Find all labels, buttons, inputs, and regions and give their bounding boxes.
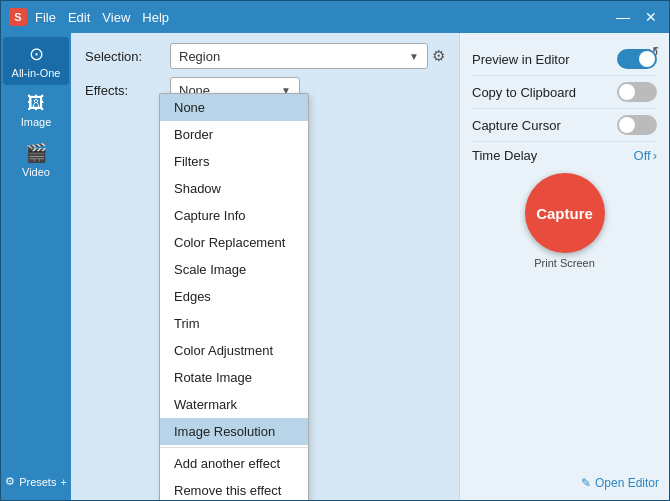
presets-area[interactable]: ⚙ Presets + — [1, 471, 71, 492]
dropdown-item-add-another-effect[interactable]: Add another effect — [160, 450, 308, 477]
dropdown-separator — [160, 447, 308, 448]
dropdown-item-rotate-image[interactable]: Rotate Image — [160, 364, 308, 391]
print-screen-label[interactable]: Print Screen — [534, 257, 595, 269]
close-button[interactable]: ✕ — [641, 7, 661, 27]
open-editor-icon: ✎ — [581, 476, 591, 490]
selection-select[interactable]: Region ▼ — [170, 43, 428, 69]
selection-value: Region — [179, 49, 220, 64]
sidebar: ⊙ All-in-One 🖼 Image 🎬 Video ⚙ Presets + — [1, 33, 71, 500]
sidebar-label-all-in-one: All-in-One — [12, 67, 61, 79]
menu-file[interactable]: File — [35, 10, 56, 25]
dropdown-item-image-resolution[interactable]: Image Resolution — [160, 418, 308, 445]
dropdown-item-capture-info[interactable]: Capture Info — [160, 202, 308, 229]
toggle-knob — [639, 51, 655, 67]
copy-to-clipboard-row: Copy to Clipboard — [472, 76, 657, 109]
menu-view[interactable]: View — [102, 10, 130, 25]
selection-select-wrapper: Region ▼ ⚙ — [170, 43, 445, 69]
copy-to-clipboard-label: Copy to Clipboard — [472, 85, 576, 100]
preview-in-editor-toggle[interactable] — [617, 49, 657, 69]
open-editor[interactable]: ✎ Open Editor — [581, 476, 659, 490]
dropdown-item-border[interactable]: Border — [160, 121, 308, 148]
dropdown-item-watermark[interactable]: Watermark — [160, 391, 308, 418]
dropdown-item-shadow[interactable]: Shadow — [160, 175, 308, 202]
gear-small-icon: ⚙ — [5, 475, 15, 488]
selection-row: Selection: Region ▼ ⚙ — [85, 43, 445, 69]
chevron-right-icon: › — [653, 148, 657, 163]
preview-in-editor-row: Preview in Editor — [472, 43, 657, 76]
selection-arrow-icon: ▼ — [409, 51, 419, 62]
capture-btn-label: Capture — [536, 205, 593, 222]
video-icon: 🎬 — [25, 142, 47, 164]
toggle-knob-cursor — [619, 117, 635, 133]
menu-bar: File Edit View Help — [35, 10, 169, 25]
sidebar-bottom: ⚙ Presets + — [1, 471, 71, 500]
sidebar-label-image: Image — [21, 116, 52, 128]
menu-help[interactable]: Help — [142, 10, 169, 25]
effects-label: Effects: — [85, 83, 160, 98]
content-area: Selection: Region ▼ ⚙ Effects: None ▼ — [71, 33, 459, 500]
dropdown-item-remove-this-effect[interactable]: Remove this effect — [160, 477, 308, 500]
right-panel: ↺ Preview in Editor Copy to Clipboard Ca… — [459, 33, 669, 500]
open-editor-label: Open Editor — [595, 476, 659, 490]
presets-label: Presets — [19, 476, 56, 488]
minimize-button[interactable]: — — [613, 7, 633, 27]
app-window: S File Edit View Help — ✕ ⊙ All-in-One 🖼… — [0, 0, 670, 501]
dropdown-item-none[interactable]: None — [160, 94, 308, 121]
add-preset-icon[interactable]: + — [60, 476, 66, 488]
sidebar-item-video[interactable]: 🎬 Video — [3, 136, 69, 184]
title-bar: S File Edit View Help — ✕ — [1, 1, 669, 33]
sidebar-item-image[interactable]: 🖼 Image — [3, 87, 69, 134]
dropdown-item-color-replacement[interactable]: Color Replacement — [160, 229, 308, 256]
time-delay-row: Time Delay Off › — [472, 142, 657, 169]
main-layout: ⊙ All-in-One 🖼 Image 🎬 Video ⚙ Presets + — [1, 33, 669, 500]
capture-button[interactable]: Capture — [525, 173, 605, 253]
sidebar-item-all-in-one[interactable]: ⊙ All-in-One — [3, 37, 69, 85]
dropdown-item-color-adjustment[interactable]: Color Adjustment — [160, 337, 308, 364]
dropdown-item-filters[interactable]: Filters — [160, 148, 308, 175]
app-icon: S — [9, 8, 27, 26]
sidebar-label-video: Video — [22, 166, 50, 178]
dropdown-item-trim[interactable]: Trim — [160, 310, 308, 337]
all-in-one-icon: ⊙ — [29, 43, 44, 65]
time-delay-label: Time Delay — [472, 148, 537, 163]
image-icon: 🖼 — [27, 93, 45, 114]
capture-section: Capture Print Screen — [472, 173, 657, 269]
toggle-knob-copy — [619, 84, 635, 100]
time-delay-value[interactable]: Off › — [634, 148, 657, 163]
selection-gear-icon[interactable]: ⚙ — [432, 47, 445, 65]
effects-dropdown-menu: None Border Filters Shadow Capture Info … — [159, 93, 309, 500]
capture-cursor-toggle[interactable] — [617, 115, 657, 135]
preview-in-editor-label: Preview in Editor — [472, 52, 570, 67]
dropdown-item-scale-image[interactable]: Scale Image — [160, 256, 308, 283]
capture-cursor-row: Capture Cursor — [472, 109, 657, 142]
selection-label: Selection: — [85, 49, 160, 64]
menu-edit[interactable]: Edit — [68, 10, 90, 25]
time-delay-text: Off — [634, 148, 651, 163]
dropdown-item-edges[interactable]: Edges — [160, 283, 308, 310]
title-bar-left: S File Edit View Help — [9, 8, 169, 26]
window-controls: — ✕ — [613, 7, 661, 27]
capture-cursor-label: Capture Cursor — [472, 118, 561, 133]
copy-to-clipboard-toggle[interactable] — [617, 82, 657, 102]
